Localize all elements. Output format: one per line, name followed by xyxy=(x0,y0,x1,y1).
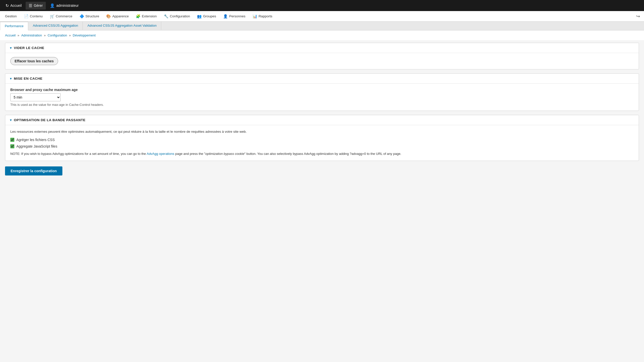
menu-label-contenu: Contenu xyxy=(30,14,43,18)
section-optimisation-header: ▼ OPTIMISATION DE LA BANDE PASSANTE xyxy=(5,115,639,125)
menu-label-apparence: Apparence xyxy=(112,14,129,18)
section-optimisation-body: Les ressources externes peuvent être opt… xyxy=(5,125,639,161)
menu-item-rapports[interactable]: 📊 Rapports xyxy=(249,11,276,21)
tab-adv-css-js[interactable]: Advanced CSS/JS Aggregation xyxy=(28,22,83,30)
tabs-bar: Performance Advanced CSS/JS Aggregation … xyxy=(0,22,644,30)
top-navbar: ↻ Accueil ☰ Gérer 👤 administrateur xyxy=(0,0,644,11)
admin-button[interactable]: 👤 administrateur xyxy=(47,2,82,10)
menu-item-groupes[interactable]: 👥 Groupes xyxy=(193,11,220,21)
note-text: NOTE: If you wish to bypass AdvAgg optim… xyxy=(10,151,634,157)
home-icon: ↻ xyxy=(6,3,9,8)
menu-label-extension: Extension xyxy=(142,14,157,18)
advagg-operations-link[interactable]: AdvAgg operations xyxy=(147,152,174,156)
menu-bar: Gestion 📄 Contenu 🛒 Commerce 🔷 Structure… xyxy=(0,11,644,22)
menu-icon: ☰ xyxy=(29,3,32,8)
menu-item-extension[interactable]: 🧩 Extension xyxy=(132,11,160,21)
menu-label-groupes: Groupes xyxy=(203,14,216,18)
section-mise-en-cache-title: MISE EN CACHE xyxy=(14,77,43,80)
menu-label-personnes: Personnes xyxy=(229,14,246,18)
menu-item-configuration[interactable]: 🔧 Configuration xyxy=(160,11,193,21)
configuration-icon: 🔧 xyxy=(164,14,169,19)
section-optimisation: ▼ OPTIMISATION DE LA BANDE PASSANTE Les … xyxy=(5,115,639,161)
section-mise-en-cache-body: Browser and proxy cache maximum age 5 mi… xyxy=(5,84,639,111)
menu-label-rapports: Rapports xyxy=(259,14,272,18)
section-mise-en-cache-header: ▼ MISE EN CACHE xyxy=(5,74,639,84)
section-vider-cache-body: Effacer tous les caches xyxy=(5,53,639,69)
checkbox-css-item: Agréger les fichiers CSS xyxy=(10,138,634,142)
extension-icon: 🧩 xyxy=(136,14,141,19)
menu-label-configuration: Configuration xyxy=(170,14,190,18)
menu-label-gestion: Gestion xyxy=(5,14,17,18)
breadcrumb-administration[interactable]: Administration xyxy=(21,33,42,37)
breadcrumb-developpement[interactable]: Développement xyxy=(73,33,96,37)
personnes-icon: 👤 xyxy=(223,14,228,19)
menu-label-structure: Structure xyxy=(86,14,99,18)
tab-adv-css-js-val[interactable]: Advanced CSS/JS Aggregation Asset Valida… xyxy=(83,22,161,30)
menu-item-apparence[interactable]: 🎨 Apparence xyxy=(103,11,132,21)
section-vider-cache-title: VIDER LE CACHE xyxy=(14,46,44,50)
cache-max-age-select[interactable]: 5 min <aucun> 1 min 3 min 10 min 15 min … xyxy=(11,94,60,101)
breadcrumb-accueil[interactable]: Accueil xyxy=(5,33,16,37)
rapports-icon: 📊 xyxy=(253,14,257,19)
checkbox-js-item: Aggregate JavaScript files xyxy=(10,144,634,148)
checkbox-js-label: Aggregate JavaScript files xyxy=(16,144,57,148)
collapse-arrow-icon-3: ▼ xyxy=(9,118,12,122)
cache-max-age-select-wrapper: 5 min <aucun> 1 min 3 min 10 min 15 min … xyxy=(10,93,61,101)
checkbox-css-label: Agréger les fichiers CSS xyxy=(16,138,55,142)
main-content: ▼ VIDER LE CACHE Effacer tous les caches… xyxy=(0,40,644,183)
logout-icon: ↪ xyxy=(636,14,640,19)
cache-max-age-desc: This is used as the value for max-age in… xyxy=(10,103,634,107)
menu-item-personnes[interactable]: 👤 Personnes xyxy=(220,11,249,21)
clear-cache-button[interactable]: Effacer tous les caches xyxy=(10,57,58,65)
accueil-button[interactable]: ↻ Accueil xyxy=(3,2,25,10)
section-mise-en-cache: ▼ MISE EN CACHE Browser and proxy cache … xyxy=(5,73,639,111)
checkbox-js[interactable] xyxy=(10,144,14,148)
menu-item-gestion[interactable]: Gestion xyxy=(2,11,20,21)
section-vider-cache: ▼ VIDER LE CACHE Effacer tous les caches xyxy=(5,43,639,69)
section-vider-cache-header: ▼ VIDER LE CACHE xyxy=(5,43,639,53)
cache-max-age-label: Browser and proxy cache maximum age xyxy=(10,88,634,92)
contenu-icon: 📄 xyxy=(24,14,29,19)
menu-label-commerce: Commerce xyxy=(56,14,72,18)
user-icon: 👤 xyxy=(50,3,55,8)
menu-item-contenu[interactable]: 📄 Contenu xyxy=(20,11,46,21)
groupes-icon: 👥 xyxy=(197,14,202,19)
breadcrumb: Accueil » Administration » Configuration… xyxy=(0,30,644,40)
collapse-arrow-icon: ▼ xyxy=(9,46,12,50)
tab-performance[interactable]: Performance xyxy=(0,22,28,30)
save-configuration-button[interactable]: Enregistrer la configuration xyxy=(5,166,62,175)
commerce-icon: 🛒 xyxy=(50,14,55,19)
section-optimisation-title: OPTIMISATION DE LA BANDE PASSANTE xyxy=(14,118,86,122)
breadcrumb-configuration[interactable]: Configuration xyxy=(48,33,67,37)
optimisation-desc: Les ressources externes peuvent être opt… xyxy=(10,129,634,134)
gerer-button[interactable]: ☰ Gérer xyxy=(26,2,46,10)
collapse-arrow-icon-2: ▼ xyxy=(9,77,12,80)
logout-button[interactable]: ↪ xyxy=(634,12,642,21)
structure-icon: 🔷 xyxy=(79,14,84,19)
menu-item-structure[interactable]: 🔷 Structure xyxy=(76,11,103,21)
menu-item-commerce[interactable]: 🛒 Commerce xyxy=(46,11,76,21)
checkbox-css[interactable] xyxy=(10,138,14,142)
apparence-icon: 🎨 xyxy=(106,14,111,19)
